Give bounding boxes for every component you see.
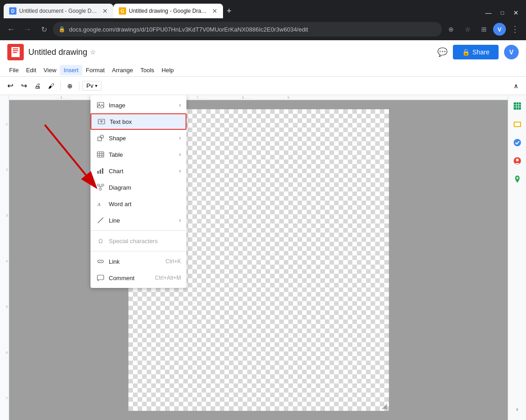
app-container: Untitled drawing ☆ 💬 🔒 Share V File Edit… (0, 40, 526, 420)
wordart-menu-label: Word art (109, 201, 181, 207)
lock-icon: 🔒 (58, 26, 65, 32)
link-menu-label: Link (109, 258, 165, 265)
app-logo (7, 44, 24, 60)
menu-item-image[interactable]: Image › (90, 97, 186, 113)
table-menu-arrow: › (179, 151, 181, 158)
menu-edit[interactable]: Edit (22, 65, 40, 75)
top-ruler: . . . 4 . . . . 5 . . . . 6 . . . . 7 . … (9, 95, 508, 100)
slides-icon-button[interactable] (510, 117, 525, 132)
address-bar[interactable]: 🔒 docs.google.com/drawings/d/10FPU07HnLv… (53, 22, 442, 37)
tab-2-close[interactable]: ✕ (212, 7, 218, 15)
svg-rect-21 (97, 152, 104, 157)
image-menu-icon (96, 101, 105, 110)
svg-rect-14 (97, 102, 104, 108)
link-menu-shortcut: Ctrl+K (165, 258, 181, 265)
right-sidebar: › (508, 95, 526, 420)
share-label: Share (473, 48, 489, 56)
shape-menu-label: Shape (109, 135, 179, 142)
menu-help[interactable]: Help (158, 65, 178, 75)
cursor-tool-button[interactable]: ⊕ (64, 80, 76, 92)
svg-rect-31 (99, 188, 101, 190)
forward-button[interactable]: → (20, 22, 35, 37)
menu-arrange[interactable]: Arrange (108, 65, 137, 75)
doc-title[interactable]: Untitled drawing (28, 48, 87, 57)
svg-line-2 (386, 408, 387, 409)
tasks-icon-button[interactable] (510, 135, 525, 150)
menu-file[interactable]: File (5, 65, 22, 75)
tab-2[interactable]: G Untitled drawing - Google Drawi... ✕ (113, 4, 223, 18)
window-controls: — □ ✕ (482, 9, 526, 18)
close-icon[interactable]: ✕ (510, 9, 522, 16)
svg-rect-3 (514, 102, 521, 110)
menu-format[interactable]: Format (82, 65, 108, 75)
sheets-icon-button[interactable] (510, 99, 525, 113)
svg-rect-29 (97, 184, 100, 186)
comment-menu-shortcut: Ctrl+Alt+M (155, 275, 181, 281)
svg-rect-27 (100, 170, 101, 174)
menu-item-table[interactable]: Table › (90, 146, 186, 163)
menu-item-wordart[interactable]: A Word art (90, 196, 186, 212)
print-button[interactable]: 🖨 (31, 80, 44, 92)
chart-menu-label: Chart (109, 168, 179, 175)
font-selector[interactable]: Pv ▾ (82, 81, 101, 90)
header-right: 💬 🔒 Share V (437, 45, 519, 59)
link-menu-icon (96, 257, 105, 266)
app-header: Untitled drawing ☆ 💬 🔒 Share V (0, 40, 526, 64)
new-tab-button[interactable]: + (223, 4, 235, 18)
cast-button[interactable]: ⊕ (444, 22, 458, 37)
collapse-toolbar-button[interactable]: ∧ (510, 80, 522, 92)
wordart-menu-icon: A (96, 199, 105, 208)
line-menu-arrow: › (179, 217, 181, 223)
account-icon-button[interactable] (510, 154, 525, 168)
tab-1[interactable]: D Untitled document - Google Doc... ✕ (4, 4, 113, 18)
menu-bar: File Edit View Insert Format Arrange Too… (0, 64, 526, 77)
svg-rect-9 (515, 122, 520, 126)
share-button[interactable]: 🔒 Share (453, 45, 499, 59)
menu-item-comment[interactable]: Comment Ctrl+Alt+M (90, 270, 186, 286)
back-button[interactable]: ← (4, 22, 18, 37)
redo-button[interactable]: ↪ (17, 80, 30, 92)
paint-format-button[interactable]: 🖌 (45, 80, 58, 92)
menu-view[interactable]: View (40, 65, 60, 75)
menu-item-shape[interactable]: Shape › (90, 130, 186, 146)
font-dropdown-arrow: ▾ (95, 83, 97, 88)
svg-point-10 (514, 139, 521, 146)
menu-tools[interactable]: Tools (137, 65, 158, 75)
profile-button[interactable]: V (493, 23, 506, 36)
menu-insert[interactable]: Insert (60, 65, 82, 75)
menu-item-special-chars: Ω Special characters (90, 233, 186, 249)
insert-dropdown-menu: Image › Text box (90, 95, 186, 288)
minimize-icon[interactable]: — (482, 9, 495, 16)
maps-icon-button[interactable] (510, 172, 525, 186)
bookmark-button[interactable]: ☆ (460, 22, 475, 37)
desktop-button[interactable]: ⊞ (477, 22, 491, 37)
menu-item-diagram[interactable]: Diagram (90, 179, 186, 196)
textbox-menu-icon (97, 117, 106, 126)
resize-handle[interactable] (382, 404, 388, 410)
tab-1-close[interactable]: ✕ (102, 7, 108, 15)
line-menu-label: Line (109, 217, 179, 224)
reload-button[interactable]: ↻ (37, 22, 51, 37)
table-menu-icon (96, 150, 105, 159)
restore-icon[interactable]: □ (497, 10, 508, 16)
line-menu-icon (96, 216, 105, 225)
menu-item-textbox[interactable]: Text box (90, 113, 186, 130)
svg-rect-30 (101, 184, 104, 186)
menu-item-link[interactable]: Link Ctrl+K (90, 253, 186, 270)
tab-1-favicon: D (9, 7, 16, 15)
undo-button[interactable]: ↩ (4, 80, 16, 92)
toolbar: ↩ ↪ 🖨 🖌 ⊕ Pv ▾ ∧ (0, 77, 526, 95)
menu-item-chart[interactable]: Chart › (90, 163, 186, 179)
star-icon[interactable]: ☆ (90, 48, 96, 56)
tab-bar: D Untitled document - Google Doc... ✕ G … (0, 0, 526, 18)
comment-button[interactable]: 💬 (437, 47, 447, 57)
menu-dots-button[interactable]: ⋮ (508, 22, 522, 37)
image-menu-arrow: › (179, 102, 181, 108)
diagram-menu-label: Diagram (109, 184, 181, 191)
drawing-canvas[interactable] (9, 100, 508, 420)
nav-right-buttons: ⊕ ☆ ⊞ V ⋮ (444, 22, 522, 37)
user-avatar[interactable]: V (504, 45, 519, 59)
menu-item-line[interactable]: Line › (90, 212, 186, 229)
expand-sidebar-button[interactable]: › (510, 402, 525, 416)
left-ruler: 1 2 3 4 5 6 7 (0, 95, 9, 420)
